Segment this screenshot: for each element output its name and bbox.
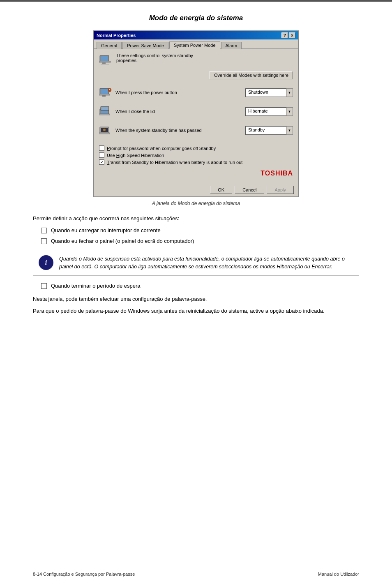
tab-general[interactable]: General: [97, 42, 122, 49]
checkbox-row-2[interactable]: Use High Speed Hibernation: [99, 152, 293, 158]
dialog-footer: OK Cancel Apply: [94, 183, 298, 196]
svg-rect-3: [102, 62, 106, 64]
content-area: Modo de energia do sistema Normal Proper…: [0, 2, 392, 336]
power-button-icon: [99, 87, 112, 98]
bullet-checkbox-2: [41, 238, 47, 244]
power-button-dropdown[interactable]: ▼: [286, 88, 293, 97]
power-button-select-field: Shutdown: [245, 88, 286, 97]
svg-rect-18: [99, 133, 110, 134]
svg-rect-15: [101, 107, 108, 110]
cancel-button[interactable]: Cancel: [235, 186, 264, 194]
info-note-text: Quando o Modo de suspensão está activado…: [59, 255, 353, 271]
bullet-label-3: Quando terminar o período de espera: [51, 282, 141, 290]
checkbox-row-1[interactable]: Prompt for password when computer goes o…: [99, 145, 293, 151]
checkbox-2[interactable]: [99, 152, 104, 158]
divider-1: [99, 142, 293, 142]
override-button[interactable]: Override all Modes with settings here: [210, 71, 293, 79]
checkbox-row-3[interactable]: Transit from Standby to Hibernation when…: [99, 159, 293, 165]
info-text: These settings control system standby pr…: [116, 53, 193, 63]
override-button-row: Override all Modes with settings here: [99, 71, 293, 79]
lid-dropdown[interactable]: ▼: [286, 107, 293, 116]
body-text-2-line2: Para que o pedido de palavra-passe do Wi…: [33, 307, 359, 315]
dialog-tabs: General Power Save Mode System Power Mod…: [94, 39, 298, 49]
lid-icon: [99, 106, 112, 117]
power-row-2: When I close the lid Hibernate ▼: [99, 104, 293, 119]
power-row-3: When the system standby time has passed …: [99, 123, 293, 138]
checkbox-1[interactable]: [99, 145, 104, 151]
close-button[interactable]: ×: [289, 32, 295, 38]
body-text-2-line1: Nesta janela, pode também efectuar uma c…: [33, 295, 359, 303]
checkbox-2-label: Use High Speed Hibernation: [107, 153, 164, 158]
svg-point-19: [103, 129, 106, 131]
page-container: Modo de energia do sistema Normal Proper…: [0, 0, 392, 579]
bullet-label-2: Quando eu fechar o painel (o painel do e…: [51, 238, 194, 245]
bullet-list: Quando eu carregar no interruptor de cor…: [41, 227, 359, 245]
apply-button[interactable]: Apply: [267, 186, 294, 194]
toshiba-text: TOSHIBA: [261, 170, 293, 177]
svg-rect-8: [102, 95, 106, 97]
svg-rect-6: [101, 89, 108, 94]
info-icon: i: [39, 255, 53, 270]
dialog-title: Normal Properties: [97, 33, 136, 38]
dialog-info-row: These settings control system standby pr…: [99, 53, 293, 66]
dialog-box: Normal Properties ? × General Power Save…: [93, 30, 299, 197]
lid-label: When I close the lid: [115, 109, 242, 114]
dialog-body: These settings control system standby pr…: [94, 49, 298, 183]
section-title: Modo de energia do sistema: [33, 14, 359, 22]
checkbox-3-label: Transit from Standby to Hibernation when…: [107, 160, 242, 165]
lid-select-field: Hibernate: [245, 107, 286, 116]
standby-label: When the system standby time has passed: [115, 128, 242, 133]
toshiba-logo: TOSHIBA: [99, 170, 293, 177]
dialog-caption: A janela do Modo de energia do sistema: [33, 201, 359, 206]
svg-rect-4: [101, 64, 109, 65]
checkbox-1-label: Prompt for password when computer goes o…: [107, 146, 216, 151]
tab-alarm[interactable]: Alarm: [221, 42, 242, 49]
power-row-1: When I press the power button Shutdown ▼: [99, 85, 293, 100]
standby-icon: [99, 125, 112, 136]
footer-right: Manual do Utilizador: [318, 572, 359, 577]
standby-dropdown[interactable]: ▼: [286, 126, 293, 135]
info-note: i Quando o Modo de suspensão está activa…: [33, 250, 359, 276]
titlebar-buttons: ? ×: [281, 32, 295, 38]
power-button-label: When I press the power button: [115, 90, 242, 95]
lid-select-wrapper: Hibernate ▼: [245, 107, 293, 116]
standby-select-wrapper: Standby ▼: [245, 126, 293, 135]
bullet-item-3: Quando terminar o período de espera: [41, 282, 359, 290]
help-button[interactable]: ?: [281, 32, 288, 38]
bullet-checkbox-3: [41, 283, 47, 289]
footer-left: 8-14 Configuração e Segurança por Palavr…: [33, 572, 135, 577]
ok-button[interactable]: OK: [210, 186, 232, 194]
svg-rect-2: [99, 61, 111, 62]
svg-rect-7: [99, 94, 110, 95]
tab-system-power-mode[interactable]: System Power Mode: [169, 42, 220, 49]
bullet-checkbox-1: [41, 228, 47, 233]
bullet-item-2: Quando eu fechar o painel (o painel do e…: [41, 238, 359, 245]
checkbox-3[interactable]: [99, 159, 104, 165]
bullet-list-2: Quando terminar o período de espera: [41, 282, 359, 290]
body-intro: Permite definir a acção que ocorrerá nas…: [33, 215, 359, 223]
bullet-label-1: Quando eu carregar no interruptor de cor…: [51, 227, 161, 234]
power-button-select-wrapper: Shutdown ▼: [245, 88, 293, 97]
page-footer: 8-14 Configuração e Segurança por Palavr…: [0, 569, 392, 579]
settings-icon: [99, 53, 112, 66]
tab-power-save-mode[interactable]: Power Save Mode: [122, 42, 168, 49]
bullet-item-1: Quando eu carregar no interruptor de cor…: [41, 227, 359, 234]
svg-rect-13: [99, 114, 110, 115]
dialog-titlebar: Normal Properties ? ×: [94, 31, 298, 39]
svg-rect-1: [101, 56, 108, 61]
standby-select-field: Standby: [245, 126, 286, 135]
